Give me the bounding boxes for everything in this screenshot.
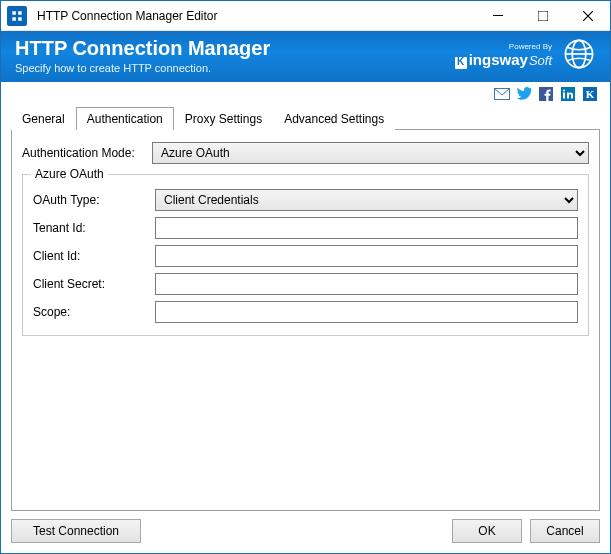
tab-advanced-settings[interactable]: Advanced Settings <box>273 107 395 130</box>
scope-input[interactable] <box>155 301 578 323</box>
client-id-row: Client Id: <box>33 245 578 267</box>
tab-general[interactable]: General <box>11 107 76 130</box>
linkedin-icon[interactable] <box>560 86 576 102</box>
svg-point-9 <box>563 89 565 91</box>
tab-proxy-settings[interactable]: Proxy Settings <box>174 107 273 130</box>
test-connection-button[interactable]: Test Connection <box>11 519 141 543</box>
oauth-type-label: OAuth Type: <box>33 193 155 207</box>
kingswaysoft-icon[interactable]: K <box>582 86 598 102</box>
header-title: HTTP Connection Manager <box>15 37 270 60</box>
client-secret-input[interactable] <box>155 273 578 295</box>
facebook-icon[interactable] <box>538 86 554 102</box>
social-row: K <box>1 82 610 104</box>
tenant-id-input[interactable] <box>155 217 578 239</box>
svg-rect-8 <box>563 93 565 99</box>
header-subtitle: Specify how to create HTTP connection. <box>15 62 270 74</box>
client-id-input[interactable] <box>155 245 578 267</box>
app-icon <box>7 6 27 26</box>
window: HTTP Connection Manager Editor HTTP Conn… <box>0 0 611 554</box>
client-secret-label: Client Secret: <box>33 277 155 291</box>
svg-rect-0 <box>493 15 503 16</box>
maximize-button[interactable] <box>520 1 565 31</box>
scope-label: Scope: <box>33 305 155 319</box>
cancel-button[interactable]: Cancel <box>530 519 600 543</box>
minimize-button[interactable] <box>475 1 520 31</box>
svg-text:K: K <box>586 88 595 100</box>
email-icon[interactable] <box>494 86 510 102</box>
tabpanel-authentication: Authentication Mode: Azure OAuth Azure O… <box>11 129 600 511</box>
header-right: Powered By KingswaySoft <box>455 37 596 74</box>
client-secret-row: Client Secret: <box>33 273 578 295</box>
brand-name: KingswaySoft <box>455 52 552 69</box>
ok-button[interactable]: OK <box>452 519 522 543</box>
header: HTTP Connection Manager Specify how to c… <box>1 31 610 82</box>
auth-mode-label: Authentication Mode: <box>22 146 152 160</box>
window-controls <box>475 1 610 31</box>
window-title: HTTP Connection Manager Editor <box>33 9 475 23</box>
close-button[interactable] <box>565 1 610 31</box>
client-id-label: Client Id: <box>33 249 155 263</box>
azure-oauth-group: Azure OAuth OAuth Type: Client Credentia… <box>22 174 589 336</box>
twitter-icon[interactable] <box>516 86 532 102</box>
auth-mode-row: Authentication Mode: Azure OAuth <box>22 142 589 164</box>
brand-suffix: Soft <box>529 54 552 67</box>
globe-icon <box>562 37 596 74</box>
auth-mode-select[interactable]: Azure OAuth <box>152 142 589 164</box>
tenant-id-row: Tenant Id: <box>33 217 578 239</box>
powered-by-label: Powered By <box>509 43 552 51</box>
footer: Test Connection OK Cancel <box>1 511 610 553</box>
body: General Authentication Proxy Settings Ad… <box>1 104 610 511</box>
brand-main: ingsway <box>469 52 528 67</box>
brand-k-icon: K <box>455 57 467 69</box>
titlebar: HTTP Connection Manager Editor <box>1 1 610 31</box>
azure-oauth-legend: Azure OAuth <box>31 167 108 181</box>
tabstrip: General Authentication Proxy Settings Ad… <box>11 106 600 129</box>
tab-authentication[interactable]: Authentication <box>76 107 174 130</box>
oauth-type-row: OAuth Type: Client Credentials <box>33 189 578 211</box>
brand-logo: Powered By KingswaySoft <box>455 43 552 69</box>
header-left: HTTP Connection Manager Specify how to c… <box>15 37 270 74</box>
oauth-type-select[interactable]: Client Credentials <box>155 189 578 211</box>
tenant-id-label: Tenant Id: <box>33 221 155 235</box>
svg-rect-1 <box>538 11 548 21</box>
scope-row: Scope: <box>33 301 578 323</box>
